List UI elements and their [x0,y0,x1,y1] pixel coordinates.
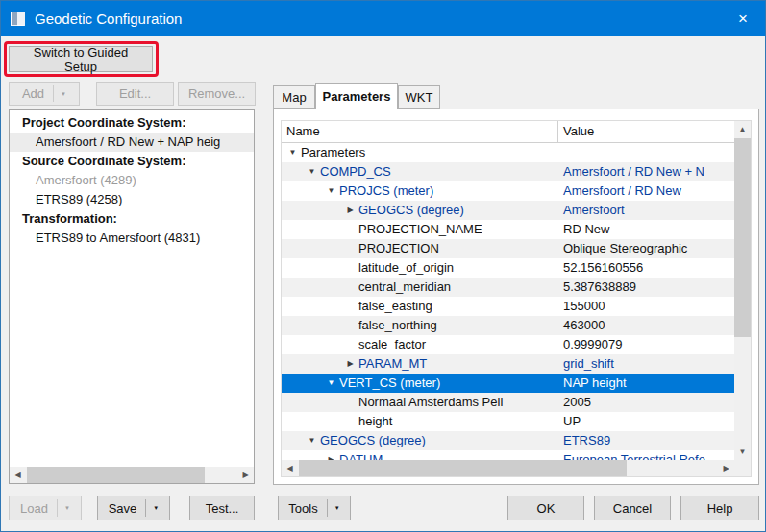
tree-row[interactable]: Normaal Amsterdams Peil 2005 [282,393,734,412]
tree-row[interactable]: ▶ DATUM European Terrestrial Refe [282,450,734,460]
tree-vertical-scrollbar[interactable]: ▲ ▼ [734,121,751,460]
list-item[interactable]: Amersfoort / RD New + NAP heig [10,133,254,152]
app-icon [11,12,25,26]
test-button[interactable]: Test... [189,496,255,520]
tree-horizontal-scrollbar[interactable]: ◀ ▶ [282,460,734,476]
dropdown-arrow-icon: ▼ [334,505,340,511]
list-item[interactable]: ETRS89 (4258) [10,190,254,209]
tree-body: ▼ Parameters ▼ COMPD_CS Amersfoort / RD … [282,143,734,460]
coordinate-system-items: Project Coordinate System:Amersfoort / R… [10,113,254,248]
help-button[interactable]: Help [680,496,759,520]
tree-row[interactable]: scale_factor 0.9999079 [282,335,734,354]
expander-icon[interactable]: ▼ [304,431,320,450]
edit-button[interactable]: Edit... [96,82,174,106]
scrollbar-corner [734,460,751,476]
scroll-down-icon[interactable]: ▼ [734,444,751,460]
tab-map[interactable]: Map [273,85,315,109]
scroll-right-icon[interactable]: ▶ [718,460,734,476]
column-header-name[interactable]: Name [282,121,558,142]
tree-row[interactable]: ▼ VERT_CS (meter) NAP height [282,374,734,393]
tree-row[interactable]: ▼ GEOGCS (degree) ETRS89 [282,431,734,450]
coordinate-system-list: Project Coordinate System:Amersfoort / R… [9,109,255,484]
expander-icon[interactable]: ▼ [323,374,339,393]
dropdown-arrow-icon: ▼ [64,505,70,511]
dialog-window: Geodetic Configuration × Switch to Guide… [0,0,766,532]
scroll-up-icon[interactable]: ▲ [734,121,751,137]
list-item[interactable]: Source Coordinate System: [10,152,254,171]
list-item[interactable]: Amersfoort (4289) [10,171,254,190]
load-button[interactable]: Load ▼ [9,496,82,520]
close-button[interactable]: × [721,1,765,36]
tree-row[interactable]: false_northing 463000 [282,316,734,335]
titlebar: Geodetic Configuration × [1,1,765,36]
switch-guided-setup-button[interactable]: Switch to Guided Setup [9,46,153,72]
scrollbar-thumb[interactable] [734,138,751,337]
ok-button[interactable]: OK [507,496,584,520]
tree-row[interactable]: PROJECTION Oblique Stereographic [282,239,734,258]
expander-icon[interactable]: ▼ [304,162,320,181]
tree-row[interactable]: ▼ Parameters [282,143,734,162]
window-title: Geodetic Configuration [35,11,182,27]
dropdown-arrow-icon: ▼ [153,505,159,511]
remove-button[interactable]: Remove... [178,82,256,106]
tree-row[interactable]: height UP [282,412,734,431]
scroll-left-icon[interactable]: ◀ [282,460,298,476]
tree-row[interactable]: ▶ PARAM_MT grid_shift [282,354,734,374]
tab-content-frame: Name Value ▼ Parameters ▼ COMPD_CS Amers… [273,109,759,485]
tools-button[interactable]: Tools ▼ [278,496,351,520]
scrollbar-thumb[interactable] [299,460,627,476]
expander-icon[interactable]: ▶ [342,354,358,374]
column-header-value[interactable]: Value [558,121,734,142]
expander-icon[interactable]: ▶ [323,450,339,460]
add-button[interactable]: Add ▼ [9,82,80,106]
save-button[interactable]: Save ▼ [97,496,170,520]
tree-row[interactable]: central_meridian 5.387638889 [282,278,734,297]
scroll-left-icon[interactable]: ◀ [10,467,26,483]
list-horizontal-scrollbar[interactable]: ◀ ▶ [10,467,254,483]
tree-row[interactable]: false_easting 155000 [282,297,734,316]
expander-icon[interactable]: ▼ [323,181,339,201]
tab-parameters[interactable]: Parameters [315,83,398,109]
tree-view: Name Value ▼ Parameters ▼ COMPD_CS Amers… [282,121,734,460]
list-item[interactable]: ETRS89 to Amersfoort (4831) [10,229,254,248]
list-item[interactable]: Project Coordinate System: [10,113,254,133]
scroll-right-icon[interactable]: ▶ [237,467,254,483]
tree-row[interactable]: ▼ PROJCS (meter) Amersfoort / RD New [282,181,734,201]
tree-row[interactable]: latitude_of_origin 52.156160556 [282,258,734,278]
scrollbar-thumb[interactable] [27,467,205,483]
tree-row[interactable]: ▼ COMPD_CS Amersfoort / RD New + N [282,162,734,181]
tree-row[interactable]: PROJECTION_NAME RD New [282,220,734,239]
list-item[interactable]: Transformation: [10,209,254,229]
dropdown-arrow-icon: ▼ [61,91,66,97]
expander-icon[interactable]: ▼ [284,143,301,162]
tree-header: Name Value [282,121,734,143]
close-icon: × [738,11,748,27]
tree-row[interactable]: ▶ GEOGCS (degree) Amersfoort [282,201,734,220]
parameters-tree: Name Value ▼ Parameters ▼ COMPD_CS Amers… [281,120,752,477]
tab-wkt[interactable]: WKT [398,85,440,109]
cancel-button[interactable]: Cancel [594,496,671,520]
expander-icon[interactable]: ▶ [342,201,358,220]
